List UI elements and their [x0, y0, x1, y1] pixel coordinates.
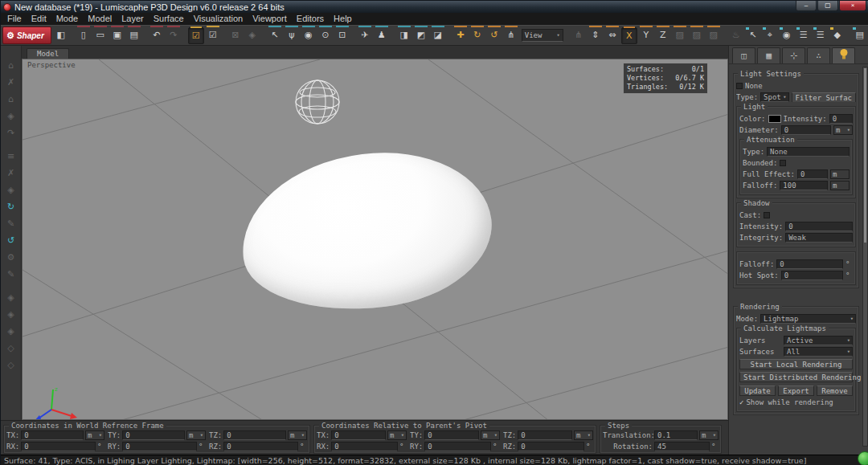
parent-ty-input[interactable]: 0 — [424, 430, 479, 440]
edit-points-tool[interactable]: ✎ — [4, 217, 18, 231]
remove-button[interactable]: Remove — [817, 385, 853, 396]
shadow-intensity-field[interactable]: 0 — [785, 222, 853, 231]
translate-tool-button[interactable]: ✚ — [452, 27, 469, 44]
menu-viewport[interactable]: Viewport — [248, 13, 292, 25]
redo-button[interactable]: ↷ — [166, 27, 182, 44]
filter-list-button[interactable]: ☰ — [796, 27, 812, 44]
steps-rotation-input[interactable]: 45 — [654, 442, 710, 451]
merge-tool[interactable]: ◈ — [4, 109, 18, 124]
settings-tool[interactable]: ⚙ — [4, 251, 18, 265]
layers-select[interactable]: Active ▾ — [784, 336, 853, 345]
light-intensity-field[interactable]: 0 — [829, 114, 853, 124]
rotate-tool-button[interactable]: ↻ — [469, 27, 485, 44]
lock-button[interactable]: ⊠ — [227, 27, 244, 44]
parent-rx-input[interactable]: 0 — [331, 442, 398, 451]
light-type-select[interactable]: Spot ▾ — [760, 92, 788, 102]
start-local-rendering-button[interactable]: Start Local Rendering — [739, 359, 853, 369]
world-rz-input[interactable]: 0 — [223, 442, 298, 451]
visibility-sets-button[interactable]: ◉ — [779, 27, 795, 44]
plane-zx-button[interactable]: ▨ — [706, 27, 722, 44]
align-tool[interactable]: ≡ — [4, 149, 18, 164]
scrollbar-thumb[interactable] — [864, 68, 866, 243]
world-tx-unit-select[interactable]: m▾ — [85, 430, 104, 440]
surface-delete-tool[interactable]: ✗ — [4, 75, 18, 90]
close-button[interactable]: × — [839, 1, 866, 11]
axis-x-button[interactable]: X — [621, 27, 637, 44]
surfaces-select[interactable]: All ▾ — [784, 347, 853, 357]
pen-tool[interactable]: ✎ — [4, 267, 18, 282]
hierarchy-tab[interactable]: ∴ — [807, 47, 830, 63]
expand-minus-tool[interactable]: ◈ — [4, 308, 18, 322]
save-all-button[interactable]: ▤ — [126, 27, 142, 44]
world-rx-input[interactable]: 0 — [21, 442, 96, 451]
start-distributed-rendering-button[interactable]: Start Distributed Rendering — [739, 372, 853, 382]
material-paint-toggle[interactable]: ◧ — [53, 27, 69, 44]
parent-tz-unit-select[interactable]: m▾ — [574, 430, 593, 440]
export-button[interactable]: Export — [778, 385, 814, 396]
steps-translation-input[interactable]: 0.1 — [654, 430, 698, 440]
step-translate-button[interactable]: ⇕ — [588, 27, 604, 44]
world-tx-input[interactable]: 0 — [21, 430, 84, 440]
light-source-gizmo[interactable] — [292, 75, 343, 127]
maximize-button[interactable]: ▢ — [817, 1, 838, 11]
cut-tool[interactable]: ✗ — [4, 166, 18, 181]
selection-mode-button[interactable]: ☑ — [188, 27, 204, 44]
undo-button[interactable]: ↶ — [149, 27, 165, 44]
position-markers-button[interactable]: ⌖ — [762, 27, 778, 44]
filter-surfaces-button[interactable]: Filter Surfac — [792, 92, 856, 102]
full-effect-unit[interactable]: m — [830, 169, 850, 179]
parent-rz-input[interactable]: 0 — [518, 442, 584, 451]
world-ry-input[interactable]: 0 — [122, 442, 197, 451]
parent-tx-unit-select[interactable]: m▾ — [387, 430, 407, 440]
menu-visualization[interactable]: Visualization — [189, 13, 248, 25]
minimize-button[interactable]: – — [796, 1, 817, 11]
show-while-rendering-checkbox[interactable]: ✓ — [739, 398, 743, 406]
menu-help[interactable]: Help — [329, 13, 357, 25]
light-color-swatch[interactable] — [768, 115, 781, 123]
menu-model[interactable]: Model — [83, 13, 117, 25]
new-database-button[interactable]: ▯ — [76, 27, 92, 44]
menu-surface[interactable]: Surface — [149, 13, 189, 25]
render-preview-button[interactable]: ♨ — [728, 27, 744, 44]
camera-move-button[interactable]: ◨ — [396, 27, 412, 44]
position-tab[interactable]: ⊹ — [782, 47, 805, 63]
orbit-view-button[interactable]: ◉ — [301, 27, 317, 44]
diameter-field[interactable]: 0 — [781, 125, 831, 135]
outline-tool[interactable]: ◇ — [4, 341, 18, 356]
model-tab[interactable]: Model — [27, 48, 69, 59]
world-ty-unit-select[interactable]: m▾ — [186, 430, 206, 440]
camera-lock-button[interactable]: ◩ — [413, 27, 429, 44]
parent-ry-input[interactable]: 0 — [424, 442, 491, 451]
tag-button[interactable]: ◆ — [829, 27, 845, 44]
uv-pattern-tab[interactable]: ▦ — [757, 47, 780, 63]
bend-tool[interactable]: ↷ — [4, 126, 18, 141]
menu-edit[interactable]: Edit — [27, 13, 51, 25]
expand-plus-tool[interactable]: ◈ — [4, 291, 18, 305]
rotate-pick-button[interactable]: ↺ — [486, 27, 502, 44]
snap-button[interactable]: ◈ — [244, 27, 260, 44]
update-button[interactable]: Update — [739, 385, 776, 396]
axis-z-button[interactable]: Z — [655, 27, 671, 44]
attenuation-falloff-field[interactable]: 100 — [780, 181, 828, 190]
pivot-edit-button[interactable]: ⋔ — [571, 27, 587, 44]
measure-button[interactable]: ▤ — [852, 27, 868, 44]
pan-hand-button[interactable]: ψ — [284, 27, 300, 44]
zoom-button[interactable]: ⊙ — [317, 27, 334, 44]
attenuation-falloff-unit[interactable]: m — [830, 181, 850, 190]
zoom-region-button[interactable]: ⊡ — [334, 27, 350, 44]
menu-editors[interactable]: Editors — [292, 13, 329, 25]
bounded-checkbox[interactable] — [780, 160, 786, 166]
hot-spot-field[interactable]: 0 — [781, 271, 843, 280]
menu-mode[interactable]: Mode — [51, 13, 84, 25]
menu-layer[interactable]: Layer — [117, 13, 149, 25]
none-checkbox[interactable] — [736, 83, 743, 89]
rotate-ccw-tool[interactable]: ↺ — [4, 234, 18, 248]
light-tab[interactable] — [832, 47, 855, 63]
surface-copy-tool[interactable]: ⌂ — [4, 92, 18, 107]
parent-tx-input[interactable]: 0 — [331, 430, 386, 440]
cast-shadow-checkbox[interactable] — [764, 212, 770, 218]
notification-badge[interactable] — [858, 451, 868, 465]
attenuation-type-field[interactable]: None — [767, 147, 850, 157]
plane-yz-button[interactable]: ▨ — [689, 27, 705, 44]
reference-frame-select[interactable]: View▾ — [522, 29, 563, 42]
